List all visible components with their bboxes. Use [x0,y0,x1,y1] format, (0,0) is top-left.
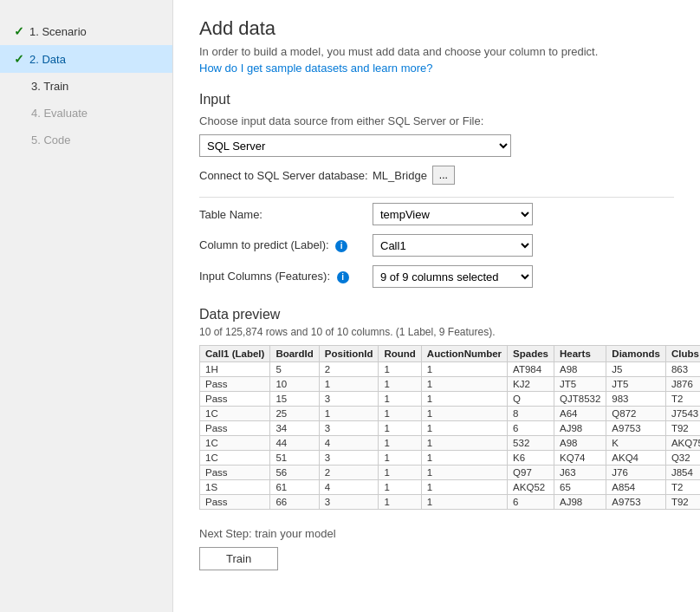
table-cell: AJ98 [554,421,606,436]
table-label: Table Name: [199,208,373,221]
table-select[interactable]: tempView [373,203,533,225]
table-row: Pass15311QQJT8532983T25 [200,392,701,407]
sidebar-item-label-train: 3. Train [31,80,68,93]
table-cell: A98 [554,362,606,377]
data-table: Call1 (Label)BoardIdPositionIdRoundAucti… [199,345,700,510]
table-cell: 4 [319,480,379,495]
table-body: 1H5211AT984A98J58639Pass10111KJ2JT5JT5J8… [200,362,701,510]
table-cell: J7543 [665,407,700,421]
table-cell: 1 [379,495,421,510]
table-cell: AKQ52 [508,480,554,495]
table-header-cell: BoardId [270,346,319,362]
table-cell: Pass [200,495,270,510]
data-preview-title: Data preview [199,307,674,322]
table-cell: 3 [319,495,379,510]
page-subtitle: In order to build a model, you must add … [199,45,674,58]
table-cell: 3 [319,421,379,436]
table-cell: 1 [421,480,507,495]
table-cell: T92 [665,421,700,436]
table-cell: J76 [606,466,666,480]
data-preview-desc: 10 of 125,874 rows and 10 of 10 columns.… [199,326,674,338]
table-cell: Pass [200,377,270,392]
table-cell: 44 [270,436,319,451]
sidebar-item-label-data: 2. Data [29,53,66,66]
table-cell: 1C [200,407,270,421]
input-columns-label: Input Columns (Features): i [199,270,373,283]
table-cell: 2 [319,466,379,480]
source-row: SQL Server File [199,134,674,157]
table-cell: 1 [379,377,421,392]
table-cell: Pass [200,466,270,480]
sidebar-item-code[interactable]: 5. Code [0,127,172,153]
table-cell: 56 [270,466,319,480]
table-cell: 863 [665,362,700,377]
table-cell: Q872 [606,407,666,421]
table-cell: 1 [379,451,421,466]
table-cell: A9753 [606,421,666,436]
column-predict-select[interactable]: Call1 [373,234,533,257]
learn-more-link[interactable]: How do I get sample datasets and learn m… [199,62,433,75]
table-cell: 1 [319,407,379,421]
table-header-cell: PositionId [319,346,379,362]
table-cell: Q97 [508,466,554,480]
table-row: Table Name: tempView [199,203,674,225]
train-button[interactable]: Train [199,547,278,570]
table-cell: J63 [554,466,606,480]
table-cell: T2 [665,392,700,407]
table-cell: 1 [421,377,507,392]
table-cell: 1 [421,362,507,377]
input-section-desc: Choose input data source from either SQL… [199,114,674,127]
table-cell: KJ2 [508,377,554,392]
db-value: ML_Bridge [373,169,427,182]
check-icon-data: ✓ [14,52,24,66]
table-cell: 61 [270,480,319,495]
sidebar-item-evaluate[interactable]: 4. Evaluate [0,100,172,127]
table-cell: A854 [606,480,666,495]
table-cell: 1 [319,377,379,392]
table-cell: 1 [421,466,507,480]
table-cell: Pass [200,392,270,407]
table-cell: K6 [508,451,554,466]
table-header-cell: Hearts [554,346,606,362]
table-cell: K [606,436,666,451]
table-cell: 3 [319,451,379,466]
sidebar-item-scenario[interactable]: ✓ 1. Scenario [0,17,172,45]
table-cell: 1 [379,392,421,407]
table-cell: QJT8532 [554,392,606,407]
column-predict-info-icon[interactable]: i [335,240,347,252]
table-cell: 1 [379,436,421,451]
table-cell: 65 [554,480,606,495]
source-select[interactable]: SQL Server File [199,134,511,157]
table-cell: 1S [200,480,270,495]
table-cell: 1H [200,362,270,377]
table-row: 1C44411532A98KAKQ75416 [200,436,701,451]
table-cell: 5 [270,362,319,377]
table-cell: 10 [270,377,319,392]
table-cell: T2 [665,480,700,495]
table-cell: A9753 [606,495,666,510]
table-cell: Pass [200,421,270,436]
browse-button[interactable]: ... [432,166,455,185]
table-cell: J854 [665,466,700,480]
table-header-cell: Call1 (Label) [200,346,270,362]
table-cell: 1 [421,495,507,510]
table-header-cell: Diamonds [606,346,666,362]
table-cell: 1 [421,392,507,407]
input-columns-select[interactable]: 9 of 9 columns selected [373,265,533,288]
table-cell: 4 [319,436,379,451]
table-cell: AKQ4 [606,451,666,466]
next-step-label: Next Step: train your model [199,527,674,540]
sidebar-item-data[interactable]: ✓ 2. Data [0,45,172,73]
input-columns-info-icon[interactable]: i [337,271,349,283]
input-columns-row: Input Columns (Features): i 9 of 9 colum… [199,265,674,288]
table-cell: AT984 [508,362,554,377]
table-row: Pass10111KJ2JT5JT5J8767 [200,377,701,392]
table-cell: 532 [508,436,554,451]
table-cell: J876 [665,377,700,392]
column-predict-row: Column to predict (Label): i Call1 [199,234,674,257]
table-cell: 1C [200,451,270,466]
input-section-title: Input [199,92,674,107]
sidebar-item-train[interactable]: 3. Train [0,73,172,100]
main-content: Add data In order to build a model, you … [173,0,700,612]
table-header: Call1 (Label)BoardIdPositionIdRoundAucti… [200,346,701,362]
